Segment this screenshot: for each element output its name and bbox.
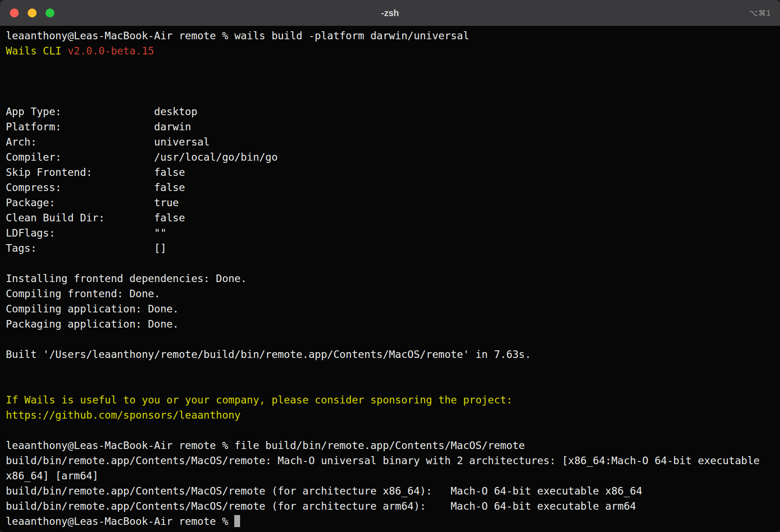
terminal-text: Wails CLI — [6, 45, 67, 57]
terminal-line: build/bin/remote.app/Contents/MacOS/remo… — [6, 483, 774, 499]
terminal-line: Compiling frontend: Done. — [6, 286, 774, 301]
terminal-line: x86_64] [arm64] — [6, 468, 774, 483]
terminal-text: x86_64] [arm64] — [6, 470, 99, 482]
terminal-line: Built '/Users/leaanthony/remote/build/bi… — [6, 347, 774, 362]
terminal-text: https://github.com/sponsors/leaanthony — [6, 409, 241, 421]
terminal-line: Installing frontend dependencies: Done. — [6, 271, 774, 286]
terminal-text: build/bin/remote.app/Contents/MacOS/remo… — [6, 500, 636, 512]
terminal-text: Compiler: /usr/local/go/bin/go — [6, 151, 278, 163]
terminal-text: Installing frontend dependencies: Done. — [6, 273, 247, 284]
terminal-line — [6, 332, 774, 347]
terminal-text: If Wails is useful to you or your compan… — [6, 394, 512, 406]
terminal-line: Package: true — [6, 195, 774, 210]
terminal-text: leaanthony@Leas-MacBook-Air remote % — [6, 515, 234, 527]
terminal-text: v2.0.0-beta.15 — [67, 45, 154, 57]
terminal-text: Skip Frontend: false — [6, 166, 185, 178]
terminal-line: leaanthony@Leas-MacBook-Air remote % fil… — [6, 438, 774, 453]
terminal-text: LDFlags: "" — [6, 227, 166, 239]
terminal-line — [6, 89, 774, 104]
terminal-cursor — [234, 515, 240, 527]
titlebar[interactable]: -zsh ⌥⌘1 — [0, 0, 780, 26]
terminal-text: Compress: false — [6, 182, 185, 193]
terminal-text: Built '/Users/leaanthony/remote/build/bi… — [6, 349, 531, 360]
terminal-text: build/bin/remote.app/Contents/MacOS/remo… — [6, 455, 759, 466]
terminal-text: Compiling application: Done. — [6, 303, 179, 315]
traffic-lights — [0, 8, 54, 17]
close-button[interactable] — [10, 8, 19, 17]
minimize-button[interactable] — [28, 8, 37, 17]
terminal-line: Compiling application: Done. — [6, 301, 774, 316]
terminal-line — [6, 58, 774, 74]
window-title: -zsh — [0, 0, 780, 26]
terminal-line: Wails CLI v2.0.0-beta.15 — [6, 43, 774, 58]
terminal-line: build/bin/remote.app/Contents/MacOS/remo… — [6, 499, 774, 514]
terminal-line: Compiler: /usr/local/go/bin/go — [6, 150, 774, 165]
terminal-text: Clean Build Dir: false — [6, 212, 185, 224]
terminal-line: Clean Build Dir: false — [6, 210, 774, 225]
terminal-text: Platform: darwin — [6, 121, 191, 133]
terminal-line — [6, 256, 774, 271]
terminal-text: leaanthony@Leas-MacBook-Air remote % fil… — [6, 440, 525, 451]
terminal-output[interactable]: leaanthony@Leas-MacBook-Air remote % wai… — [0, 26, 780, 532]
terminal-line: Platform: darwin — [6, 119, 774, 134]
terminal-line: Tags: [] — [6, 241, 774, 256]
terminal-line — [6, 74, 774, 89]
terminal-line — [6, 423, 774, 438]
terminal-text: Packaging application: Done. — [6, 318, 179, 330]
terminal-line: Packaging application: Done. — [6, 316, 774, 332]
terminal-line: https://github.com/sponsors/leaanthony — [6, 407, 774, 423]
terminal-line: Skip Frontend: false — [6, 165, 774, 180]
terminal-line: leaanthony@Leas-MacBook-Air remote % wai… — [6, 28, 774, 43]
zoom-button[interactable] — [46, 8, 54, 17]
terminal-text: Compiling frontend: Done. — [6, 288, 160, 299]
terminal-line: Arch: universal — [6, 134, 774, 150]
terminal-line: Compress: false — [6, 180, 774, 195]
terminal-text: build/bin/remote.app/Contents/MacOS/remo… — [6, 485, 642, 497]
terminal-line: App Type: desktop — [6, 104, 774, 119]
terminal-line: LDFlags: "" — [6, 225, 774, 241]
terminal-text: Package: true — [6, 197, 179, 208]
terminal-line: If Wails is useful to you or your compan… — [6, 392, 774, 407]
terminal-text: Arch: universal — [6, 136, 210, 148]
terminal-text: leaanthony@Leas-MacBook-Air remote % wai… — [6, 30, 469, 42]
window-shortcut-badge: ⌥⌘1 — [749, 8, 780, 18]
terminal-text: Tags: [] — [6, 242, 166, 254]
terminal-line — [6, 362, 774, 377]
terminal-line: leaanthony@Leas-MacBook-Air remote % — [6, 514, 774, 529]
terminal-window: -zsh ⌥⌘1 leaanthony@Leas-MacBook-Air rem… — [0, 0, 780, 532]
terminal-line: build/bin/remote.app/Contents/MacOS/remo… — [6, 453, 774, 468]
terminal-text: App Type: desktop — [6, 106, 197, 117]
terminal-line — [6, 377, 774, 392]
